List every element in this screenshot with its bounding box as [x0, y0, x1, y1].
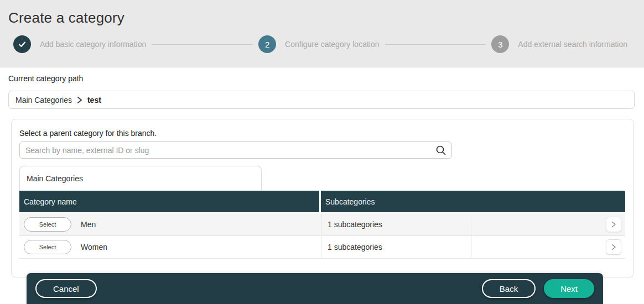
column-header-category-name: Category name [19, 191, 319, 212]
back-button[interactable]: Back [482, 279, 536, 298]
step-1-label: Add basic category information [40, 40, 146, 49]
table-row: Select Men 1 subcategories [19, 213, 625, 236]
expand-row-button[interactable] [606, 239, 621, 255]
category-name-cell: Select Men [19, 213, 321, 235]
breadcrumb-current: test [87, 96, 101, 104]
search-icon[interactable] [434, 144, 448, 157]
main-content: Current category path Main Categories te… [0, 67, 644, 277]
parent-category-panel: Select a parent category for this branch… [11, 119, 634, 277]
column-header-subcategories: Subcategories [321, 191, 625, 212]
step-category-location[interactable]: 2 Configure category location [258, 35, 379, 53]
select-button[interactable]: Select [24, 217, 71, 232]
chevron-right-icon [610, 221, 617, 228]
category-name-cell: Select Women [19, 236, 321, 258]
action-bar: Cancel Back Next [27, 273, 603, 304]
category-search [19, 141, 452, 159]
wizard-stepper: Add basic category information 2 Configu… [13, 35, 627, 53]
step-2-indicator: 2 [258, 35, 276, 53]
chevron-right-icon [610, 243, 617, 251]
step-1-indicator [13, 35, 31, 53]
current-path-label: Current category path [8, 74, 636, 83]
category-name: Men [81, 220, 96, 229]
subcategories-cell: 1 subcategories [321, 236, 471, 258]
step-external-search[interactable]: 3 Add external search information [491, 35, 627, 53]
panel-instruction: Select a parent category for this branch… [19, 129, 626, 138]
step-3-label: Add external search information [518, 40, 627, 49]
create-category-screen: Create a category Add basic category inf… [0, 0, 644, 304]
breadcrumb-root[interactable]: Main Categories [15, 96, 72, 104]
table-header: Category name Subcategories [19, 191, 625, 212]
next-button[interactable]: Next [544, 279, 594, 298]
tab-label: Main Categories [27, 174, 83, 183]
step-basic-info[interactable]: Add basic category information [13, 35, 146, 53]
tab-main-categories[interactable]: Main Categories [19, 166, 262, 191]
cancel-button[interactable]: Cancel [35, 279, 97, 298]
subcategories-cell: 1 subcategories [321, 213, 471, 235]
step-3-indicator: 3 [491, 35, 509, 53]
stepper-connector [385, 44, 486, 45]
stepper-connector [152, 44, 253, 45]
expand-cell [471, 236, 625, 258]
page-header: Create a category Add basic category inf… [0, 0, 644, 67]
breadcrumb: Main Categories test [8, 91, 635, 109]
expand-cell [471, 213, 625, 235]
category-table: Category name Subcategories Select Men 1… [19, 191, 625, 259]
check-icon [18, 40, 27, 49]
category-name: Women [81, 243, 107, 251]
select-button[interactable]: Select [24, 240, 71, 254]
chevron-right-icon [77, 96, 82, 104]
step-2-label: Configure category location [285, 40, 379, 49]
expand-row-button[interactable] [606, 217, 621, 232]
table-row: Select Women 1 subcategories [19, 236, 625, 259]
page-title: Create a category [8, 9, 644, 27]
search-input[interactable] [19, 141, 452, 159]
